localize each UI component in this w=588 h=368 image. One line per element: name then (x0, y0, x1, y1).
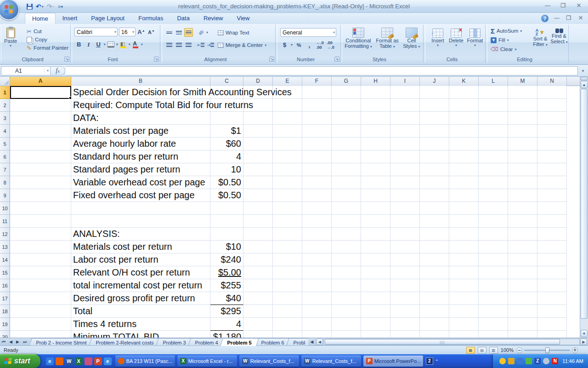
cell-L8[interactable] (479, 176, 508, 189)
insert-cells-button[interactable]: Insert▾ (429, 29, 447, 47)
alignment-dialog-launcher[interactable]: ↘ (269, 57, 274, 62)
cell-K3[interactable] (449, 112, 479, 125)
cell-F13[interactable] (302, 241, 332, 253)
cell-N9[interactable] (537, 189, 567, 202)
format-cells-button[interactable]: Format▾ (466, 29, 484, 47)
cell-N19[interactable] (537, 318, 567, 331)
cell-E11[interactable] (273, 215, 302, 228)
cell-F7[interactable] (302, 163, 332, 176)
cell-I3[interactable] (390, 112, 420, 125)
cell-E8[interactable] (273, 176, 302, 189)
cell-I8[interactable] (390, 176, 420, 189)
cell-M4[interactable] (508, 125, 537, 138)
number-dialog-launcher[interactable]: ↘ (334, 57, 339, 62)
cell-K11[interactable] (449, 215, 479, 228)
clipboard-dialog-launcher[interactable]: ↘ (64, 57, 69, 62)
cell-K20[interactable] (449, 331, 479, 338)
cell-F2[interactable] (302, 99, 332, 112)
shrink-font-button[interactable]: A▼ (147, 28, 156, 36)
increase-decimal-button[interactable]: ←.0.00 (316, 40, 324, 49)
cell-H4[interactable] (361, 125, 390, 138)
scroll-down-button[interactable]: ▼ (581, 330, 588, 337)
cell-G5[interactable] (332, 138, 361, 150)
cell-N5[interactable] (537, 138, 567, 150)
ribbon-tab-page-layout[interactable]: Page Layout (84, 13, 131, 24)
cell-M19[interactable] (508, 318, 537, 331)
cell-J19[interactable] (420, 318, 449, 331)
zoom-slider-thumb[interactable] (545, 347, 549, 353)
underline-button[interactable]: U (94, 40, 102, 49)
cell-G1[interactable] (332, 86, 361, 99)
cell-M5[interactable] (508, 138, 537, 150)
cell-I6[interactable] (390, 150, 420, 163)
cell-G20[interactable] (332, 331, 361, 338)
workbook-minimize-button[interactable]: — (553, 15, 560, 22)
column-header-B[interactable]: B (71, 77, 210, 86)
cell-H8[interactable] (361, 176, 390, 189)
column-header-C[interactable]: C (210, 77, 243, 86)
cell-H5[interactable] (361, 138, 390, 150)
cell-F12[interactable] (302, 228, 332, 241)
font-family-select[interactable]: Calibri▾ (74, 28, 118, 36)
cell-I1[interactable] (390, 86, 420, 99)
font-size-select[interactable]: 16▾ (119, 28, 136, 36)
cell-F15[interactable] (302, 266, 332, 279)
cell-F14[interactable] (302, 253, 332, 266)
cell-A11[interactable] (10, 215, 71, 228)
column-header-J[interactable]: J (420, 77, 449, 86)
cell-J17[interactable] (420, 292, 449, 305)
cell-A12[interactable] (10, 228, 71, 241)
cell-M1[interactable] (508, 86, 537, 99)
cell-K18[interactable] (449, 305, 479, 318)
cell-K8[interactable] (449, 176, 479, 189)
cell-I14[interactable] (390, 253, 420, 266)
sheet-tab-problem-5[interactable]: Problem 5 (220, 338, 260, 346)
taskbar-button-5[interactable]: PMicrosoft PowerPo... (363, 356, 423, 367)
cell-G7[interactable] (332, 163, 361, 176)
cell-G12[interactable] (332, 228, 361, 241)
cell-H13[interactable] (361, 241, 390, 253)
bold-button[interactable]: B (74, 40, 83, 49)
cell-H2[interactable] (361, 99, 390, 112)
cell-N18[interactable] (537, 305, 567, 318)
hide-icons-chevron[interactable]: ⌃ (435, 359, 439, 364)
cell-D5[interactable] (243, 138, 273, 150)
restore-button[interactable]: ❐ (558, 2, 569, 10)
sheet-tab-prob-2-income-stmnt[interactable]: Prob 2 - Income Stmnt (30, 338, 94, 346)
currency-button[interactable]: $ (280, 40, 289, 49)
cell-E7[interactable] (273, 163, 302, 176)
row-header-8[interactable]: 8 (0, 176, 10, 189)
cell-K5[interactable] (449, 138, 479, 150)
ribbon-tab-view[interactable]: View (230, 13, 257, 24)
zoom-in-button[interactable]: + (572, 347, 578, 353)
cell-A20[interactable] (10, 331, 71, 338)
cell-N4[interactable] (537, 125, 567, 138)
percent-button[interactable]: % (294, 40, 303, 49)
cell-F5[interactable] (302, 138, 332, 150)
column-header-F[interactable]: F (302, 77, 332, 86)
cell-I13[interactable] (390, 241, 420, 253)
merge-center-button[interactable]: Merge & Center▾ (216, 41, 268, 49)
cell-H19[interactable] (361, 318, 390, 331)
scroll-right-button[interactable]: ▶ (580, 339, 587, 345)
cell-K6[interactable] (449, 150, 479, 163)
cell-D18[interactable] (243, 305, 273, 318)
cell-L17[interactable] (479, 292, 508, 305)
cell-I20[interactable] (390, 331, 420, 338)
cell-A13[interactable] (10, 241, 71, 253)
cell-L9[interactable] (479, 189, 508, 202)
cell-M11[interactable] (508, 215, 537, 228)
tray-network-icon[interactable] (517, 358, 523, 364)
cell-F18[interactable] (302, 305, 332, 318)
cell-J13[interactable] (420, 241, 449, 253)
cell-H10[interactable] (361, 202, 390, 215)
row-header-14[interactable]: 14 (0, 253, 10, 266)
cell-H20[interactable] (361, 331, 390, 338)
cell-F6[interactable] (302, 150, 332, 163)
fill-button[interactable]: ▼Fill▾ (489, 36, 510, 44)
cell-N3[interactable] (537, 112, 567, 125)
cell-E12[interactable] (273, 228, 302, 241)
cell-J16[interactable] (420, 279, 449, 292)
cell-M18[interactable] (508, 305, 537, 318)
cell-I7[interactable] (390, 163, 420, 176)
